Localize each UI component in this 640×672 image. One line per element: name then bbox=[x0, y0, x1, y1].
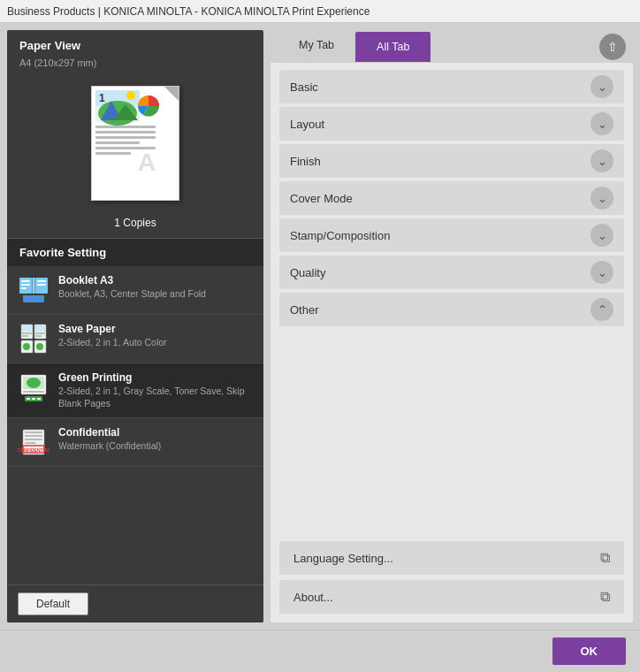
tabs-row: My Tab All Tab ⇧ bbox=[270, 30, 633, 63]
svg-rect-18 bbox=[21, 284, 30, 286]
accordion-finish-chevron: ⌄ bbox=[590, 149, 613, 172]
accordion-finish[interactable]: Finish ⌄ bbox=[279, 144, 624, 178]
accordion-basic-chevron: ⌄ bbox=[590, 75, 613, 98]
green-printing-name: Green Printing bbox=[58, 371, 253, 384]
corner-fold bbox=[164, 87, 179, 101]
booklet-text: Booklet A3 Booklet, A3, Center Staple an… bbox=[58, 274, 253, 301]
accordion-other-chevron: ⌄ bbox=[590, 298, 613, 321]
accordion-layout-chevron: ⌄ bbox=[590, 112, 613, 135]
title-bar: Business Products | KONICA MINOLTA - KON… bbox=[0, 0, 640, 23]
svg-rect-19 bbox=[21, 287, 27, 289]
svg-rect-43 bbox=[37, 398, 41, 400]
svg-point-35 bbox=[36, 343, 43, 350]
svg-rect-29 bbox=[22, 335, 28, 337]
accordion-cover-mode[interactable]: Cover Mode ⌄ bbox=[279, 181, 624, 215]
svg-rect-42 bbox=[32, 398, 35, 400]
green-printing-desc: 2-Sided, 2 in 1, Gray Scale, Toner Save,… bbox=[58, 386, 253, 409]
accordion-other-label: Other bbox=[290, 303, 319, 317]
svg-rect-47 bbox=[25, 439, 42, 440]
svg-rect-41 bbox=[27, 398, 30, 400]
favorite-item-confidential[interactable]: CONFIDENTIAL Confidential Watermark (Con… bbox=[7, 418, 263, 467]
svg-rect-31 bbox=[35, 335, 42, 337]
svg-point-34 bbox=[23, 343, 30, 350]
svg-point-38 bbox=[27, 378, 41, 388]
paper-preview-area: 1 bbox=[7, 75, 263, 217]
page-number: 1 bbox=[99, 92, 105, 104]
svg-rect-46 bbox=[25, 435, 42, 437]
svg-rect-39 bbox=[23, 391, 44, 393]
svg-rect-9 bbox=[95, 136, 156, 139]
ok-button[interactable]: OK bbox=[552, 638, 627, 665]
svg-rect-17 bbox=[21, 280, 30, 282]
favorite-item-booklet[interactable]: Booklet A3 Booklet, A3, Center Staple an… bbox=[7, 266, 263, 315]
language-setting-button[interactable]: Language Setting... ⧉ bbox=[279, 541, 624, 575]
paper-size-label: A4 (210x297 mm) bbox=[7, 57, 263, 75]
favorite-item-save-paper[interactable]: Save Paper 2-Sided, 2 in 1, Auto Color bbox=[7, 315, 263, 363]
confidential-text: Confidential Watermark (Confidential) bbox=[58, 426, 253, 453]
accordion-layout[interactable]: Layout ⌄ bbox=[279, 107, 624, 141]
default-btn-row: Default bbox=[7, 584, 263, 622]
accordion-stamp-composition-chevron: ⌄ bbox=[590, 224, 613, 247]
accordion-stamp-composition[interactable]: Stamp/Composition ⌄ bbox=[279, 218, 624, 252]
confidential-name: Confidential bbox=[58, 426, 253, 439]
green-printing-text: Green Printing 2-Sided, 2 in 1, Gray Sca… bbox=[58, 371, 253, 409]
accordion-basic[interactable]: Basic ⌄ bbox=[279, 70, 624, 103]
accordion-stamp-composition-label: Stamp/Composition bbox=[290, 229, 390, 242]
svg-rect-28 bbox=[22, 332, 32, 334]
booklet-desc: Booklet, A3, Center Staple and Fold bbox=[58, 288, 253, 301]
dialog: Paper View A4 (210x297 mm) 1 bbox=[0, 23, 640, 672]
accordion-cover-mode-chevron: ⌄ bbox=[590, 187, 613, 210]
title-text: Business Products | KONICA MINOLTA - KON… bbox=[7, 5, 370, 18]
svg-rect-26 bbox=[22, 325, 32, 332]
accordion-finish-label: Finish bbox=[290, 155, 321, 168]
booklet-icon bbox=[18, 274, 50, 306]
language-setting-external-link-icon: ⧉ bbox=[600, 550, 610, 566]
right-panel: My Tab All Tab ⇧ Basic ⌄ Layout ⌄ Finish… bbox=[270, 30, 633, 622]
action-buttons: Language Setting... ⧉ About... ⧉ bbox=[270, 534, 633, 622]
svg-rect-12 bbox=[95, 152, 131, 155]
svg-rect-48 bbox=[25, 442, 35, 444]
svg-rect-23 bbox=[23, 295, 44, 302]
copies-label: 1 Copies bbox=[7, 217, 263, 238]
svg-rect-30 bbox=[35, 332, 45, 334]
left-panel: Paper View A4 (210x297 mm) 1 bbox=[7, 30, 263, 622]
save-paper-icon bbox=[18, 323, 50, 355]
confidential-icon: CONFIDENTIAL bbox=[18, 426, 50, 458]
paper-preview: 1 bbox=[91, 86, 179, 201]
accordion-basic-label: Basic bbox=[290, 80, 318, 94]
about-label: About... bbox=[293, 591, 333, 604]
default-button[interactable]: Default bbox=[18, 592, 88, 615]
paper-view-header: Paper View bbox=[7, 30, 263, 57]
tab-my-tab[interactable]: My Tab bbox=[278, 30, 355, 63]
accordion-list: Basic ⌄ Layout ⌄ Finish ⌄ Cover Mode ⌄ S… bbox=[270, 63, 633, 534]
save-paper-desc: 2-Sided, 2 in 1, Auto Color bbox=[58, 337, 253, 349]
accordion-cover-mode-label: Cover Mode bbox=[290, 192, 353, 205]
about-external-link-icon: ⧉ bbox=[600, 589, 610, 605]
accordion-quality-label: Quality bbox=[290, 266, 325, 279]
tab-all-tab[interactable]: All Tab bbox=[355, 32, 430, 62]
svg-rect-21 bbox=[37, 284, 46, 286]
save-paper-text: Save Paper 2-Sided, 2 in 1, Auto Color bbox=[58, 323, 253, 349]
accordion-other[interactable]: Other ⌄ bbox=[279, 293, 624, 326]
svg-point-5 bbox=[126, 91, 135, 100]
svg-rect-20 bbox=[37, 280, 46, 282]
svg-text:CONFIDENTIAL: CONFIDENTIAL bbox=[18, 447, 50, 453]
svg-rect-7 bbox=[95, 126, 156, 128]
accordion-layout-label: Layout bbox=[290, 118, 324, 131]
favorite-list: Booklet A3 Booklet, A3, Center Staple an… bbox=[7, 266, 263, 584]
tab-scroll-up-button[interactable]: ⇧ bbox=[599, 34, 626, 60]
svg-rect-45 bbox=[25, 431, 42, 433]
accordion-quality[interactable]: Quality ⌄ bbox=[279, 256, 624, 289]
about-button[interactable]: About... ⧉ bbox=[279, 580, 624, 614]
favorite-setting-header: Favorite Setting bbox=[7, 238, 263, 266]
confidential-desc: Watermark (Confidential) bbox=[58, 440, 253, 453]
language-setting-label: Language Setting... bbox=[293, 552, 393, 565]
favorite-item-green-printing[interactable]: Green Printing 2-Sided, 2 in 1, Gray Sca… bbox=[7, 363, 263, 418]
svg-rect-27 bbox=[35, 325, 45, 332]
booklet-name: Booklet A3 bbox=[58, 274, 253, 286]
green-printing-icon bbox=[18, 371, 50, 403]
save-paper-name: Save Paper bbox=[58, 323, 253, 335]
svg-rect-8 bbox=[95, 131, 156, 134]
svg-text:A: A bbox=[138, 149, 156, 175]
accordion-quality-chevron: ⌄ bbox=[590, 261, 613, 284]
